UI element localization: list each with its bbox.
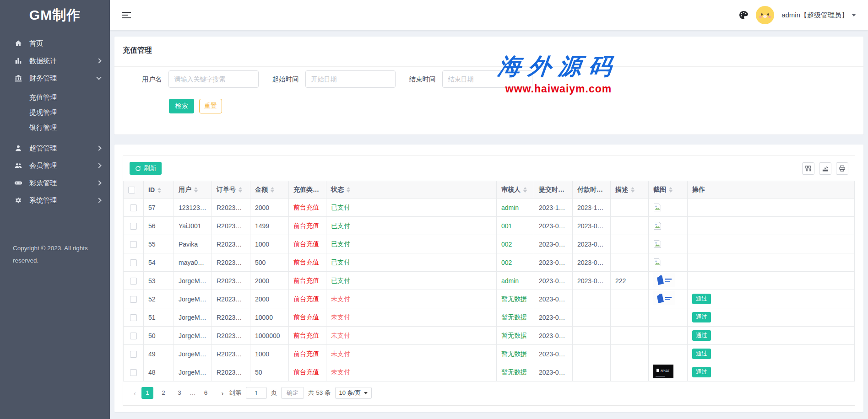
row-checkbox[interactable]	[130, 259, 137, 266]
approve-button[interactable]: 通过	[692, 312, 711, 322]
sidebar-item-lottery[interactable]: 彩票管理	[0, 174, 110, 192]
row-checkbox[interactable]	[130, 278, 137, 285]
sidebar-item-label: 系统管理	[29, 196, 57, 205]
column-header[interactable]: 金额	[250, 181, 289, 199]
printer-icon	[839, 165, 846, 172]
amount-cell: 1000000	[250, 327, 289, 345]
row-checkbox[interactable]	[130, 223, 137, 230]
column-header[interactable]: 状态	[326, 181, 497, 199]
sort-icon[interactable]	[239, 187, 242, 193]
column-header[interactable]: 提交时间	[534, 181, 573, 199]
row-checkbox[interactable]	[130, 369, 137, 376]
pagination-bar: ‹ 123…6 › 到第 页 确定 共 53 条 10 条/页	[123, 381, 855, 405]
type-cell: 前台充值	[289, 253, 326, 272]
column-header[interactable]: 截图	[649, 181, 688, 199]
column-header[interactable]: 用户	[174, 181, 212, 199]
sidebar-item-recharge[interactable]: 充值管理	[0, 90, 110, 105]
sidebar-item-statistics[interactable]: 数据统计	[0, 52, 110, 70]
order-cell: R202310111...	[212, 199, 250, 217]
page-number-button[interactable]: 1	[141, 387, 153, 399]
sidebar-item-system[interactable]: 系统管理	[0, 192, 110, 209]
column-header[interactable]: 订单号	[212, 181, 250, 199]
desc-cell	[611, 253, 649, 272]
chevron-right-icon	[96, 58, 101, 63]
chevron-right-icon	[96, 145, 101, 150]
sort-icon[interactable]	[322, 187, 326, 193]
sort-icon[interactable]	[567, 187, 571, 193]
column-header[interactable]: 充值类型	[289, 181, 326, 199]
pay-time-cell	[573, 363, 611, 381]
sort-icon[interactable]	[157, 188, 161, 193]
per-page-select[interactable]: 10 条/页	[335, 387, 372, 399]
approve-button[interactable]: 通过	[692, 367, 711, 377]
amount-cell: 500	[250, 253, 289, 272]
order-cell: R202306250...	[212, 327, 250, 345]
sidebar-item-withdraw[interactable]: 提现管理	[0, 105, 110, 120]
column-header[interactable]: ID	[144, 181, 174, 199]
pay-time-cell: 2023-06-29 2...	[573, 235, 611, 253]
select-all-checkbox[interactable]	[128, 187, 135, 193]
menu-toggle-icon[interactable]	[122, 10, 131, 20]
auditor-cell: 002	[497, 253, 534, 272]
username-input[interactable]	[168, 70, 259, 88]
theme-palette-icon[interactable]	[738, 10, 749, 20]
screenshot-thumbnail[interactable]	[653, 273, 675, 287]
screenshot-cell	[649, 290, 688, 308]
row-checkbox[interactable]	[130, 241, 137, 248]
row-checkbox[interactable]	[130, 351, 137, 358]
refresh-button[interactable]: 刷新	[130, 162, 162, 175]
sort-icon[interactable]	[631, 187, 635, 193]
column-header[interactable]: 审核人	[497, 181, 534, 199]
row-checkbox[interactable]	[130, 333, 137, 339]
goto-page-input[interactable]	[246, 387, 267, 399]
column-header[interactable]: 描述	[611, 181, 649, 199]
bar-chart-icon	[14, 56, 23, 65]
status-cell: 未支付	[326, 363, 497, 381]
user-menu[interactable]: admin【超级管理员】	[781, 11, 856, 20]
sort-icon[interactable]	[606, 187, 609, 193]
reset-button[interactable]: 重置	[199, 99, 222, 113]
sidebar-item-home[interactable]: 首页	[0, 35, 110, 52]
sidebar-item-bank[interactable]: 银行管理	[0, 120, 110, 135]
search-button[interactable]: 检索	[169, 99, 194, 113]
approve-button[interactable]: 通过	[692, 330, 711, 341]
page-number-button[interactable]: 3	[174, 387, 185, 399]
broken-image-icon	[653, 202, 662, 213]
column-settings-button[interactable]	[802, 162, 814, 175]
row-checkbox[interactable]	[130, 314, 137, 321]
table-row: 49JorgeMophosR202306250...1000前台充值未支付暂无数…	[124, 345, 855, 363]
goto-confirm-button[interactable]: 确定	[281, 387, 304, 399]
screenshot-cell	[649, 327, 688, 345]
sort-icon[interactable]	[523, 187, 527, 193]
prev-page-button[interactable]: ‹	[132, 389, 137, 397]
sidebar-item-finance[interactable]: 财务管理	[0, 70, 110, 87]
start-date-input[interactable]	[305, 70, 396, 88]
end-date-input[interactable]	[442, 70, 532, 88]
sort-icon[interactable]	[194, 187, 198, 193]
approve-button[interactable]: 通过	[692, 349, 711, 359]
export-button[interactable]	[819, 162, 831, 175]
approve-button[interactable]: 通过	[692, 294, 711, 304]
print-button[interactable]	[836, 162, 848, 175]
row-checkbox[interactable]	[130, 204, 137, 211]
table-row: 50JorgeMophosR202306250...1000000前台充值未支付…	[124, 327, 855, 345]
sidebar-item-members[interactable]: 会员管理	[0, 157, 110, 174]
auditor-cell: 002	[497, 235, 534, 253]
column-header[interactable]: 付款时间	[573, 181, 611, 199]
user-avatar[interactable]	[756, 6, 774, 24]
next-page-button[interactable]: ›	[220, 389, 225, 397]
screenshot-thumbnail[interactable]: NYSE	[653, 365, 673, 378]
sidebar-item-superadmin[interactable]: 超管管理	[0, 140, 110, 157]
page-number-button[interactable]: 6	[200, 387, 212, 399]
page-number-button[interactable]: 2	[157, 387, 169, 399]
screenshot-thumbnail[interactable]	[653, 291, 675, 305]
sort-icon[interactable]	[347, 187, 350, 193]
row-checkbox[interactable]	[130, 296, 137, 303]
id-cell: 57	[144, 199, 174, 217]
top-header: admin【超级管理员】	[110, 0, 868, 30]
desc-cell	[611, 290, 649, 308]
goto-label: 到第	[229, 389, 242, 397]
action-cell	[688, 253, 855, 272]
sort-icon[interactable]	[669, 187, 673, 193]
sort-icon[interactable]	[271, 187, 274, 193]
